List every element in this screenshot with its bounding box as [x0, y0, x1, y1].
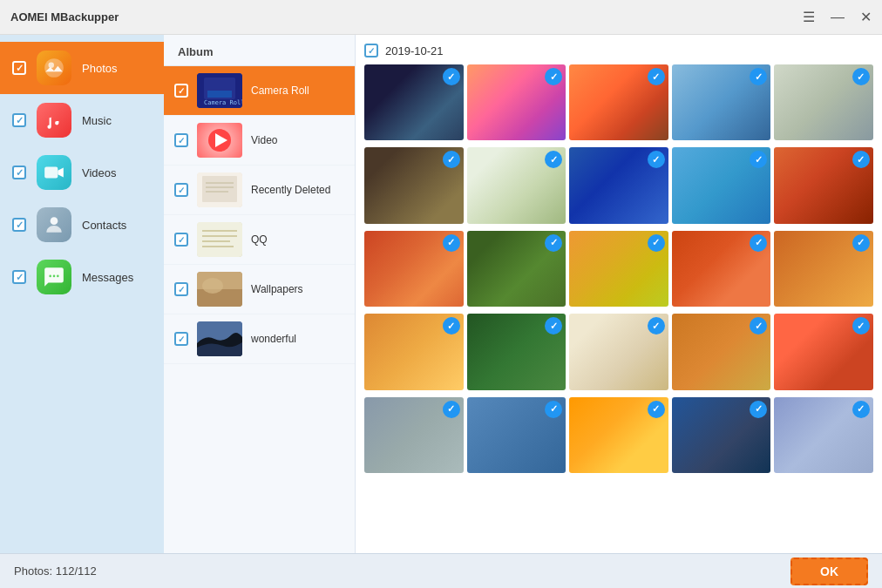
svg-point-5 — [53, 275, 56, 278]
album-item-video[interactable]: Video — [164, 116, 355, 166]
photo-check-3-2: ✓ — [545, 234, 562, 252]
sidebar-item-photos[interactable]: Photos — [0, 42, 164, 94]
svg-rect-9 — [207, 91, 232, 98]
videos-checkbox[interactable] — [12, 166, 26, 179]
album-item-qq[interactable]: QQ — [164, 215, 355, 265]
photo-cell-3-4[interactable]: ✓ — [672, 231, 771, 307]
video-thumb — [197, 123, 242, 158]
photo-cell-1-1[interactable]: ✓ — [364, 64, 464, 140]
photos-label: Photos — [82, 62, 117, 75]
contacts-label: Contacts — [82, 219, 126, 232]
photo-check-3-5: ✓ — [852, 234, 870, 252]
photo-check-1-5: ✓ — [852, 68, 870, 85]
music-label: Music — [82, 114, 112, 127]
album-item-camera-roll[interactable]: Camera Roll Camera Roll — [164, 66, 355, 116]
videos-icon-wrapper — [37, 155, 71, 190]
music-checkbox[interactable] — [12, 113, 26, 127]
messages-label: Messages — [82, 271, 133, 284]
photos-count: Photos: 112/112 — [14, 564, 97, 578]
photo-check-2-1: ✓ — [443, 151, 460, 168]
photo-grid-row-1: ✓ ✓ ✓ ✓ ✓ — [364, 64, 873, 140]
photo-cell-3-3[interactable]: ✓ — [569, 231, 668, 307]
photo-cell-4-4[interactable]: ✓ — [672, 314, 771, 389]
photo-cell-5-4[interactable]: ✓ — [672, 397, 771, 473]
photo-cell-4-1[interactable]: ✓ — [364, 314, 464, 389]
photo-cell-2-5[interactable]: ✓ — [774, 147, 873, 223]
svg-rect-16 — [197, 222, 242, 257]
wallpapers-thumb — [197, 272, 242, 307]
photos-checkbox[interactable] — [12, 61, 26, 75]
wonderful-thumb-img — [197, 321, 242, 356]
photo-cell-1-5[interactable]: ✓ — [774, 64, 873, 140]
video-label: Video — [251, 134, 344, 146]
photo-cell-4-3[interactable]: ✓ — [569, 314, 668, 389]
qq-label: QQ — [251, 233, 344, 246]
photo-cell-2-4[interactable]: ✓ — [672, 147, 771, 223]
photo-check-4-3: ✓ — [648, 317, 665, 335]
wallpapers-thumb-img — [197, 272, 242, 307]
svg-rect-12 — [202, 176, 237, 202]
window-controls: ☰ — ✕ — [803, 10, 872, 24]
photo-cell-5-5[interactable]: ✓ — [774, 397, 873, 473]
photo-date-label: 2019-10-21 — [385, 44, 444, 57]
title-bar: AOMEI MBackupper ☰ — ✕ — [0, 0, 882, 35]
messages-checkbox[interactable] — [12, 270, 26, 284]
recently-deleted-img — [197, 172, 242, 207]
sidebar-item-contacts[interactable]: Contacts — [0, 199, 164, 251]
photo-check-5-3: ✓ — [648, 401, 665, 418]
photo-cell-4-2[interactable]: ✓ — [467, 314, 567, 389]
svg-point-6 — [57, 275, 59, 278]
photo-cell-3-2[interactable]: ✓ — [467, 231, 567, 307]
photos-icon-wrapper — [37, 51, 71, 85]
status-bar: Photos: 112/112 OK — [0, 553, 882, 588]
camera-roll-checkbox[interactable] — [174, 84, 188, 98]
svg-point-23 — [202, 278, 223, 294]
photo-cell-5-3[interactable]: ✓ — [569, 397, 668, 473]
left-sidebar: Photos Music Videos — [0, 35, 164, 553]
list-view-button[interactable]: ☰ — [803, 10, 815, 24]
svg-point-3 — [51, 217, 58, 225]
photo-cell-1-4[interactable]: ✓ — [672, 64, 771, 140]
messages-icon — [43, 266, 65, 288]
photo-cell-5-1[interactable]: ✓ — [364, 397, 464, 473]
sidebar-item-messages[interactable]: Messages — [0, 251, 164, 303]
album-item-wonderful[interactable]: wonderful — [164, 314, 355, 364]
qq-checkbox[interactable] — [174, 233, 188, 247]
contacts-checkbox[interactable] — [12, 218, 26, 232]
minimize-button[interactable]: — — [831, 10, 845, 24]
photo-cell-3-5[interactable]: ✓ — [774, 231, 873, 307]
photo-cell-3-1[interactable]: ✓ — [364, 231, 464, 307]
music-icon — [43, 109, 65, 132]
date-checkbox[interactable] — [364, 44, 378, 57]
photo-cell-2-3[interactable]: ✓ — [569, 147, 668, 223]
video-checkbox[interactable] — [174, 133, 188, 147]
wonderful-thumb — [197, 321, 242, 356]
photo-cell-1-3[interactable]: ✓ — [569, 64, 668, 140]
ok-button[interactable]: OK — [790, 558, 868, 585]
wallpapers-checkbox[interactable] — [174, 282, 188, 296]
wonderful-label: wonderful — [251, 333, 344, 345]
app-title: AOMEI MBackupper — [10, 10, 803, 24]
svg-point-4 — [49, 275, 51, 278]
photo-cell-2-2[interactable]: ✓ — [467, 147, 567, 223]
qq-thumb-img — [197, 222, 242, 257]
photo-cell-4-5[interactable]: ✓ — [774, 314, 873, 389]
photo-area: 2019-10-21 ✓ ✓ ✓ ✓ ✓ ✓ ✓ ✓ ✓ ✓ ✓ ✓ ✓ ✓ ✓… — [356, 35, 882, 553]
close-button[interactable]: ✕ — [860, 10, 872, 24]
album-header: Album — [164, 35, 355, 66]
photo-check-5-4: ✓ — [750, 401, 767, 418]
svg-rect-22 — [197, 289, 242, 307]
photo-cell-1-2[interactable]: ✓ — [467, 64, 567, 140]
album-item-recently-deleted[interactable]: Recently Deleted — [164, 166, 355, 215]
album-item-wallpapers[interactable]: Wallpapers — [164, 265, 355, 314]
photo-check-4-1: ✓ — [443, 317, 460, 335]
wonderful-checkbox[interactable] — [174, 332, 188, 346]
photo-check-5-1: ✓ — [443, 401, 460, 418]
sidebar-item-music[interactable]: Music — [0, 94, 164, 146]
sidebar-item-videos[interactable]: Videos — [0, 146, 164, 199]
recently-deleted-checkbox[interactable] — [174, 183, 188, 197]
recently-deleted-label: Recently Deleted — [251, 184, 344, 196]
photo-cell-5-2[interactable]: ✓ — [467, 397, 567, 473]
photo-date-header: 2019-10-21 — [364, 44, 873, 57]
photo-cell-2-1[interactable]: ✓ — [364, 147, 464, 223]
